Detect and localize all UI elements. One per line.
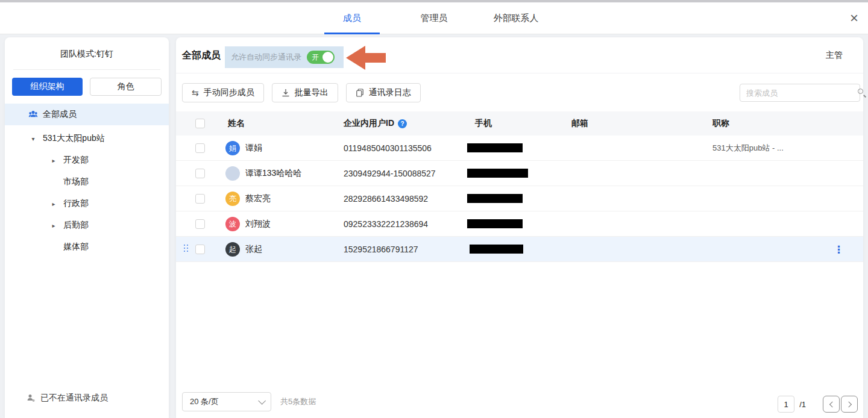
log-document-icon	[356, 89, 364, 97]
table-body: 娟 谭娟 0119485040301135506 531大太阳pub站 - ..…	[176, 136, 863, 262]
toolbar: ⇆ 手动同步成员 批量导出 通讯录日志	[182, 83, 421, 102]
tree-item-label: 后勤部	[63, 220, 89, 231]
member-name: 谭娟	[245, 143, 262, 154]
toggle-on-label: 开	[312, 53, 319, 61]
row-checkbox[interactable]	[195, 219, 205, 229]
page-title: 全部成员	[182, 37, 221, 73]
next-page-button[interactable]	[841, 396, 858, 413]
phone-redaction-bar	[467, 169, 528, 178]
chevron-left-icon	[829, 401, 835, 407]
column-header-title: 职称	[712, 111, 729, 136]
column-header-name: 姓名	[228, 111, 245, 136]
row-checkbox[interactable]	[195, 143, 205, 153]
table-row[interactable]: 娟 谭娟 0119485040301135506 531大太阳pub站 - ..…	[176, 136, 863, 161]
batch-export-button[interactable]: 批量导出	[272, 83, 338, 102]
tree-item-market-dept[interactable]: ▸ 市场部	[5, 171, 169, 193]
search-icon[interactable]	[857, 88, 867, 98]
phone-redaction-bar	[470, 245, 523, 254]
tab-external-contacts[interactable]: 外部联系人	[475, 2, 557, 34]
user-id-value: 092523332221238694	[344, 211, 428, 237]
phone-redaction-bar	[467, 143, 523, 152]
auto-sync-label: 允许自动同步通讯录	[231, 52, 301, 63]
chevron-collapsed-icon[interactable]: ▸	[51, 157, 57, 164]
main-panel: 全部成员 允许自动同步通讯录 开 主管 ⇆ 手动同步成员 批量导出	[176, 37, 863, 418]
team-mode-label: 团队模式:钉钉	[5, 37, 169, 60]
sidebar: 团队模式:钉钉 组织架构 角色 全部成员 ▾ 531大太阳pub站 ▸ 开发部 …	[5, 37, 169, 418]
tab-members[interactable]: 成员	[311, 2, 393, 34]
top-tab-bar: 成员 管理员 外部联系人 ×	[0, 2, 868, 34]
column-header-user-id: 企业内用户ID ?	[344, 111, 407, 136]
chevron-expanded-icon[interactable]: ▾	[30, 136, 36, 142]
total-pages-label: /1	[799, 400, 806, 409]
search-box	[740, 84, 860, 102]
chevron-down-icon	[258, 397, 266, 405]
page-size-select[interactable]: 20 条/页	[182, 392, 271, 411]
supervisor-link[interactable]: 主管	[826, 37, 843, 73]
prev-page-button[interactable]	[823, 396, 840, 413]
table-row[interactable]: 谭谭133哈哈哈 2309492944-150088527	[176, 161, 863, 186]
tree-item-root-dept[interactable]: ▾ 531大太阳pub站	[5, 128, 169, 149]
column-header-email: 邮箱	[571, 111, 588, 136]
tree-item-admin-dept[interactable]: ▸ 行政部	[5, 193, 169, 214]
avatar: 亮	[225, 192, 240, 206]
row-checkbox[interactable]	[195, 169, 205, 178]
org-structure-button[interactable]: 组织架构	[12, 78, 83, 96]
page-size-value: 20 条/页	[190, 396, 219, 407]
row-checkbox[interactable]	[195, 245, 205, 254]
user-id-value: 1529521866791127	[344, 237, 418, 262]
people-group-icon	[28, 110, 38, 119]
chevron-right-icon	[846, 401, 852, 407]
auto-sync-toggle[interactable]: 开	[307, 51, 335, 64]
drag-handle-icon[interactable]	[184, 245, 189, 254]
tree-item-dev-dept[interactable]: ▸ 开发部	[5, 149, 169, 171]
phone-redaction-bar	[467, 219, 523, 228]
close-icon[interactable]: ×	[850, 11, 858, 25]
row-more-actions-icon[interactable]: ⋮	[834, 237, 844, 262]
table-row-active[interactable]: 起 张起 1529521866791127 ⋮	[176, 237, 863, 262]
manual-sync-label: 手动同步成员	[204, 87, 254, 98]
main-header: 全部成员 允许自动同步通讯录 开 主管	[176, 37, 863, 73]
column-header-mobile: 手机	[475, 111, 492, 136]
avatar: 娟	[225, 141, 240, 155]
roles-button[interactable]: 角色	[90, 78, 162, 96]
former-member-icon	[26, 393, 36, 403]
sidebar-item-former-members[interactable]: 已不在通讯录成员	[26, 393, 108, 404]
member-name: 张起	[245, 244, 262, 255]
row-checkbox[interactable]	[195, 194, 205, 204]
avatar	[225, 166, 240, 181]
tab-group: 成员 管理员 外部联系人	[311, 2, 557, 34]
former-members-label: 已不在通讯录成员	[40, 393, 108, 404]
current-page-input[interactable]: 1	[778, 396, 794, 413]
tree-item-media-dept[interactable]: ▸ 媒体部	[5, 236, 169, 258]
tree-item-label: 媒体部	[63, 242, 89, 252]
chevron-collapsed-icon[interactable]: ▸	[51, 222, 57, 229]
auto-sync-highlight: 允许自动同步通讯录 开	[225, 46, 344, 68]
table-row[interactable]: 波 刘翔波 092523332221238694	[176, 211, 863, 237]
member-name: 蔡宏亮	[245, 193, 271, 204]
tree-item-label: 531大太阳pub站	[43, 133, 105, 144]
contacts-log-button[interactable]: 通讯录日志	[346, 83, 421, 102]
help-question-icon[interactable]: ?	[398, 119, 407, 128]
tab-members-label: 成员	[343, 13, 361, 24]
select-all-checkbox[interactable]	[195, 119, 205, 128]
user-id-value: 282928661433498592	[344, 186, 428, 211]
pagination: 1 /1	[778, 396, 858, 413]
batch-export-label: 批量导出	[295, 87, 329, 98]
tree-item-logistics-dept[interactable]: ▸ 后勤部	[5, 214, 169, 236]
tab-admins-label: 管理员	[421, 13, 448, 24]
search-input[interactable]	[740, 89, 857, 98]
annotation-arrow-icon	[346, 46, 386, 70]
manual-sync-button[interactable]: ⇆ 手动同步成员	[182, 83, 264, 102]
user-id-value: 2309492944-150088527	[344, 161, 436, 186]
active-tab-underline	[324, 33, 380, 34]
tree-item-label: 市场部	[63, 176, 89, 187]
tab-admins[interactable]: 管理员	[393, 2, 475, 34]
chevron-collapsed-icon[interactable]: ▸	[51, 201, 57, 207]
total-count-label: 共5条数据	[280, 396, 316, 407]
user-id-header-label: 企业内用户ID	[344, 118, 394, 129]
avatar: 起	[225, 242, 240, 257]
table-header-row: 姓名 企业内用户ID ? 手机 邮箱 职称	[176, 111, 863, 136]
member-name: 谭谭133哈哈哈	[245, 168, 301, 179]
table-row[interactable]: 亮 蔡宏亮 282928661433498592	[176, 186, 863, 211]
sidebar-item-all-members[interactable]: 全部成员	[5, 104, 169, 125]
